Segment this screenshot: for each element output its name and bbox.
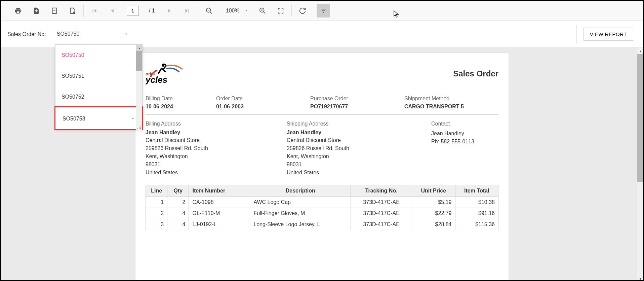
shipping-line: United States: [287, 169, 431, 177]
chevron-down-icon: [124, 32, 129, 36]
cell-item: LJ-0192-L: [189, 219, 250, 230]
first-page-icon[interactable]: [90, 7, 98, 15]
scroll-up-icon[interactable]: ▴: [637, 48, 643, 54]
page-setup-icon[interactable]: [69, 7, 77, 15]
po-label: Purchase Order: [310, 96, 404, 102]
dropdown-option[interactable]: SO50751: [55, 66, 142, 86]
sales-order-dropdown-panel: SO50750 SO50751 SO50752 SO50753 ▴: [55, 44, 143, 130]
cell-desc: AWC Logo Cap: [250, 197, 351, 208]
cell-line: 3: [146, 219, 167, 230]
param-label: Sales Order No:: [7, 31, 46, 37]
svg-line-7: [263, 11, 265, 13]
svg-point-2: [73, 11, 75, 13]
cursor-icon: [393, 10, 400, 18]
shipping-name: Jean Handley: [287, 130, 431, 136]
col-price: Unit Price: [412, 185, 455, 197]
dropdown-option[interactable]: SO50750: [55, 45, 142, 66]
billing-address-label: Billing Address: [146, 121, 287, 127]
billing-line: Kent, Washington: [146, 152, 287, 161]
shipment-method-value: CARGO TRANSPORT 5: [404, 104, 498, 110]
last-page-icon[interactable]: [183, 7, 191, 15]
svg-text:ycles: ycles: [146, 75, 167, 85]
svg-point-12: [140, 127, 141, 128]
svg-point-16: [162, 64, 164, 67]
parameter-bar: Sales Order No: SO50750 VIEW REPORT: [1, 21, 643, 48]
filter-button[interactable]: [317, 4, 330, 17]
shipping-line: Central Discount Store: [287, 136, 431, 144]
dropdown-option-highlighted[interactable]: SO50753: [54, 106, 143, 130]
report-page: orks ycles Sales Order Billing Date 10-0…: [135, 53, 509, 281]
scroll-down-icon[interactable]: ▾: [637, 276, 643, 281]
document-icon[interactable]: [50, 7, 58, 15]
svg-point-13: [137, 128, 138, 129]
contact-phone: Ph: 582-555-0113: [431, 138, 498, 146]
sales-order-select[interactable]: SO50750: [54, 29, 131, 40]
report-title: Sales Order: [453, 69, 498, 78]
zoom-out-icon[interactable]: [205, 7, 213, 15]
cell-total: $10.38: [455, 197, 498, 208]
scrollbar-thumb[interactable]: [136, 51, 142, 71]
col-desc: Description: [250, 185, 351, 197]
page-number-input[interactable]: [127, 6, 139, 16]
report-scrollbar[interactable]: ▴ ▾: [637, 48, 643, 281]
cell-price: $22.79: [412, 208, 455, 219]
cell-price: $28.84: [412, 219, 455, 230]
cell-price: $5.19: [412, 197, 455, 208]
cell-desc: Full-Finger Gloves, M: [250, 208, 351, 219]
refresh-icon[interactable]: [298, 7, 307, 15]
cell-line: 2: [146, 208, 167, 219]
billing-line: 259826 Russell Rd. South: [146, 144, 287, 152]
dropdown-scrollbar[interactable]: ▴: [136, 45, 142, 130]
billing-line: 98031: [146, 161, 287, 169]
zoom-in-icon[interactable]: [258, 7, 267, 15]
zoom-dropdown[interactable]: 100%: [223, 8, 248, 14]
col-qty: Qty: [167, 185, 189, 197]
col-track: Tracking No.: [351, 185, 412, 197]
view-report-button[interactable]: VIEW REPORT: [583, 28, 633, 41]
chevron-down-icon: [244, 9, 248, 13]
billing-date-value: 10-06-2024: [146, 104, 216, 110]
print-icon[interactable]: [14, 7, 22, 15]
line-items-table: Line Qty Item Number Description Trackin…: [146, 185, 498, 230]
dropdown-option[interactable]: SO50752: [55, 86, 142, 107]
svg-point-11: [139, 127, 139, 128]
cell-qty: 4: [167, 219, 189, 230]
separator: [576, 25, 577, 44]
fullscreen-icon[interactable]: [277, 7, 285, 15]
cell-line: 1: [146, 197, 167, 208]
cell-track: 373D-417C-AE: [351, 197, 412, 208]
cell-total: $115.36: [455, 219, 498, 230]
shipping-address-label: Shipping Address: [287, 121, 431, 127]
cell-track: 373D-417C-AE: [351, 219, 412, 230]
chevron-down-icon: [130, 116, 135, 121]
company-logo: orks ycles: [146, 62, 199, 85]
contact-label: Contact: [431, 121, 498, 127]
shipping-line: 98031: [287, 161, 431, 169]
cell-desc: Long-Sleeve Logo Jersey, L: [250, 219, 351, 230]
table-row: 3 4 LJ-0192-L Long-Sleeve Logo Jersey, L…: [146, 219, 498, 230]
page-total-label: / 1: [149, 8, 155, 14]
svg-line-4: [210, 11, 212, 13]
shipping-line: Kent, Washington: [287, 152, 431, 161]
scrollbar-thumb[interactable]: [637, 54, 643, 182]
prev-page-icon[interactable]: [109, 7, 117, 15]
next-page-icon[interactable]: [165, 7, 173, 15]
billing-line: Central Discount Store: [146, 136, 287, 144]
col-line: Line: [146, 185, 167, 197]
export-icon[interactable]: [32, 7, 40, 15]
svg-point-15: [140, 128, 141, 129]
col-total: Item Total: [455, 185, 498, 197]
svg-point-14: [139, 128, 139, 129]
select-value: SO50750: [57, 31, 80, 37]
cell-total: $91.16: [455, 208, 498, 219]
billing-date-label: Billing Date: [146, 96, 216, 102]
order-date-label: Order Date: [216, 96, 310, 102]
cell-qty: 2: [167, 197, 189, 208]
col-item: Item Number: [189, 185, 250, 197]
resize-grip-icon[interactable]: [137, 125, 142, 130]
cell-item: GL-F110-M: [189, 208, 250, 219]
dropdown-option-label: SO50753: [63, 116, 85, 122]
scroll-up-icon[interactable]: ▴: [136, 45, 142, 51]
address-row: Billing Address Jean Handley Central Dis…: [146, 121, 498, 177]
cell-qty: 4: [167, 208, 189, 219]
